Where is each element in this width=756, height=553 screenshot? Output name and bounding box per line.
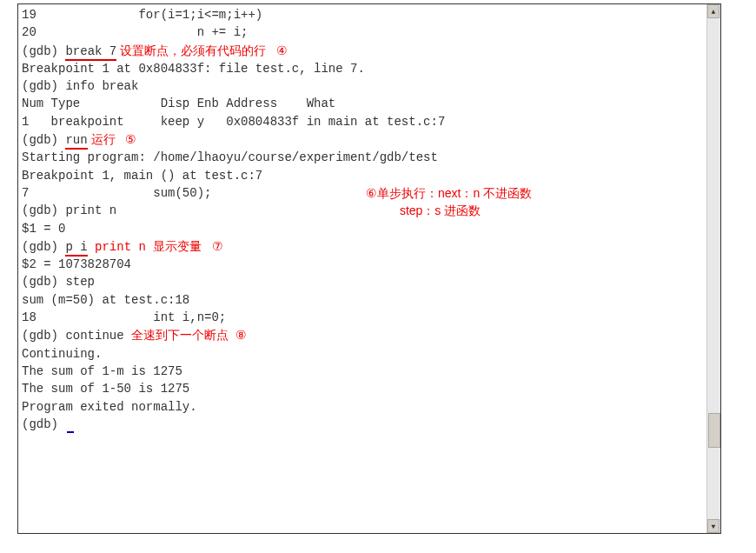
sum-output-1: The sum of 1-m is 1275 bbox=[22, 363, 703, 380]
break-table-row: 1 breakpoint keep y 0x0804833f in main a… bbox=[22, 113, 703, 130]
starting-program-output: Starting program: /home/lhaoyu/course/ex… bbox=[22, 149, 703, 166]
run-annotation: 运行 bbox=[88, 132, 126, 146]
gdb-continue-line: (gdb) continue 全速到下一个断点 ⑧ bbox=[22, 326, 703, 344]
continue-annotation: 全速到下一个断点 bbox=[131, 328, 235, 342]
terminal-window: 19 for(i=1;i<=m;i++) 20 n += i; (gdb) br… bbox=[17, 3, 721, 534]
step-next-annotation: ⑥单步执行：next：n 不进函数 step：s 进函数 bbox=[366, 185, 532, 219]
break-table-header: Num Type Disp Enb Address What bbox=[22, 95, 703, 112]
print-n-result: $1 = 0 bbox=[22, 220, 703, 237]
circle-5-icon: ⑤ bbox=[125, 132, 136, 146]
scroll-up-icon[interactable]: ▲ bbox=[707, 4, 720, 18]
pi-command-underline: p i bbox=[65, 240, 87, 257]
breakpoint-set-output: Breakpoint 1 at 0x804833f: file test.c, … bbox=[22, 60, 703, 77]
code-line-20: 20 n += i; bbox=[22, 23, 703, 41]
program-exited-output: Program exited normally. bbox=[22, 398, 703, 416]
sum-output-2: The sum of 1-50 is 1275 bbox=[22, 380, 703, 397]
cursor-icon bbox=[67, 431, 74, 433]
circle-7-icon: ⑦ bbox=[212, 239, 223, 253]
gdb-final-prompt: (gdb) bbox=[22, 416, 703, 433]
gdb-break-line: (gdb) break 7 设置断点，必须有代码的行 ④ bbox=[22, 42, 703, 60]
terminal-content: 19 for(i=1;i<=m;i++) 20 n += i; (gdb) br… bbox=[18, 4, 706, 533]
gdb-run-line: (gdb) run 运行 ⑤ bbox=[22, 130, 703, 149]
scroll-down-icon[interactable]: ▼ bbox=[707, 519, 720, 533]
source-line-7: 7 sum(50); bbox=[22, 184, 703, 202]
pi-annotation: 显示变量 bbox=[153, 239, 212, 253]
break-command-underline: break 7 bbox=[65, 44, 116, 61]
breakpoint-hit-output: Breakpoint 1, main () at test.c:7 bbox=[22, 167, 703, 184]
step-output: sum (m=50) at test.c:18 bbox=[22, 291, 703, 309]
break-annotation: 设置断点，必须有代码的行 bbox=[116, 43, 276, 57]
scrollbar[interactable]: ▲ ▼ bbox=[706, 4, 720, 533]
source-line-18: 18 int i,n=0; bbox=[22, 309, 703, 326]
gdb-p-i-line: (gdb) p i print n 显示变量 ⑦ bbox=[22, 237, 703, 256]
circle-4-icon: ④ bbox=[276, 43, 288, 57]
gdb-print-n: (gdb) print n bbox=[22, 202, 703, 219]
code-line-19: 19 for(i=1;i<=m;i++) bbox=[22, 6, 703, 23]
run-command-underline: run bbox=[65, 133, 87, 150]
scroll-handle[interactable] bbox=[708, 413, 720, 448]
gdb-info-break: (gdb) info break bbox=[22, 77, 703, 95]
continuing-output: Continuing. bbox=[22, 345, 703, 363]
print-i-result: $2 = 1073828704 bbox=[22, 256, 703, 273]
gdb-step: (gdb) step bbox=[22, 273, 703, 290]
circle-8-icon: ⑧ bbox=[235, 328, 247, 342]
circle-6-icon: ⑥ bbox=[366, 186, 377, 200]
pi-annotation-mono: print n bbox=[88, 240, 154, 254]
